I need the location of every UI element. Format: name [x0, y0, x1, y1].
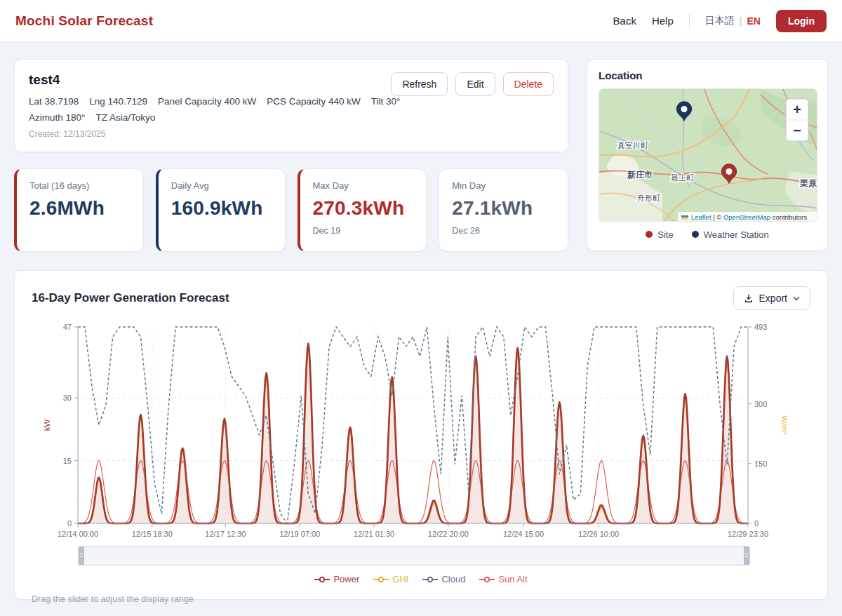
chart-legend-item-sun-alt[interactable]: Sun Alt — [479, 574, 527, 584]
site-created: Created: 12/13/2025 — [29, 129, 554, 139]
location-title: Location — [599, 69, 816, 81]
legend-label: Sun Alt — [498, 574, 527, 584]
legend-dot-icon — [692, 231, 699, 238]
map-legend-label: Weather Station — [704, 229, 769, 240]
legend-marker-icon — [479, 576, 495, 583]
x-axis-tick: 12/17 12:30 — [205, 530, 246, 538]
site-meta: Lat 38.7198Lng 140.7129Panel Capacity 40… — [29, 95, 425, 123]
stat-value: 2.6MWh — [29, 197, 131, 220]
stat-sub: Dec 19 — [313, 226, 414, 236]
refresh-button[interactable]: Refresh — [391, 72, 448, 96]
login-button[interactable]: Login — [776, 10, 827, 32]
site-meta-item: PCS Capacity 440 kW — [267, 95, 361, 107]
range-slider-left-handle[interactable] — [79, 547, 84, 565]
right-axis-tick: 493 — [754, 323, 767, 331]
map-legend-item: Site — [646, 229, 673, 240]
map-place-label: 舟形町 — [637, 194, 660, 202]
map-place-label: 栗原市 — [799, 178, 817, 188]
x-axis-tick: 12/24 15:00 — [503, 530, 544, 538]
map-place-label: 最上町 — [671, 173, 694, 182]
right-axis-tick: 150 — [754, 460, 767, 468]
nav-divider — [689, 14, 690, 28]
legend-marker-icon — [373, 576, 389, 583]
site-actions: Refresh Edit Delete — [391, 72, 554, 96]
forecast-chart-card: 16-Day Power Generation Forecast Export … — [14, 270, 828, 600]
legend-marker-icon — [314, 576, 330, 583]
site-meta-item: TZ Asia/Tokyo — [95, 112, 155, 123]
left-axis-tick: 47 — [63, 323, 72, 331]
attribution-text: | © — [711, 213, 723, 221]
chart-legend-item-power[interactable]: Power — [314, 574, 359, 584]
stat-label: Daily Avg — [171, 180, 272, 191]
stat-value: 270.3kWh — [313, 197, 414, 220]
forecast-chart: 0153047015030049312/14 00:0012/15 18:301… — [32, 320, 812, 543]
leaflet-link[interactable]: Leaflet — [691, 213, 711, 221]
map-legend-label: Site — [657, 229, 673, 240]
right-axis-label: W/m² — [780, 415, 789, 435]
left-axis-tick: 15 — [63, 457, 72, 465]
left-axis-label: kW — [43, 420, 51, 431]
stat-label: Max Day — [313, 180, 414, 191]
stat-card: Min Day27.1kWhDec 26 — [439, 168, 568, 252]
range-slider[interactable] — [78, 546, 750, 565]
stat-value: 27.1kWh — [452, 197, 555, 220]
chart-legend-item-cloud[interactable]: Cloud — [422, 574, 465, 584]
map-zoom-in-button[interactable]: + — [793, 102, 801, 117]
app-header: Mochi Solar Forecast Back Help 日本語 | EN … — [0, 0, 842, 42]
x-axis-tick: 12/19 07:00 — [279, 530, 320, 538]
map-zoom-out-button[interactable]: − — [793, 123, 801, 138]
delete-button[interactable]: Delete — [503, 72, 554, 96]
stat-card: Daily Avg160.9kWh — [156, 168, 286, 252]
stat-sub: Dec 26 — [452, 226, 555, 236]
svg-text:Leaflet | © OpenStreetMap cont: Leaflet | © OpenStreetMap contributors — [691, 213, 808, 221]
map-legend-item: Weather Station — [692, 229, 769, 240]
location-card: Location 真室川町新庄市最上町舟形町栗原市+−Leaflet | © O… — [587, 59, 828, 251]
stat-card: Total (16 days)2.6MWh — [14, 168, 144, 252]
stat-value: 160.9kWh — [171, 197, 272, 220]
site-meta-item: Lng 140.7129 — [89, 95, 147, 107]
attribution-text: contributors — [770, 213, 808, 221]
lang-ja[interactable]: 日本語 — [705, 15, 735, 27]
header-nav: Back Help 日本語 | EN Login — [613, 10, 827, 32]
range-slider-track[interactable] — [84, 547, 744, 564]
x-axis-tick: 12/15 18:30 — [132, 530, 173, 538]
site-meta-item: Panel Capacity 400 kW — [158, 95, 256, 107]
left-axis-tick: 30 — [63, 394, 72, 402]
chart-legend-item-ghi[interactable]: GHI — [373, 574, 408, 584]
stat-label: Total (16 days) — [29, 180, 131, 191]
stat-label: Min Day — [452, 180, 555, 191]
map-place-label: 新庄市 — [627, 170, 653, 180]
app-title: Mochi Solar Forecast — [15, 13, 153, 29]
back-link[interactable]: Back — [613, 15, 636, 27]
openstreetmap-link[interactable]: OpenStreetMap — [723, 213, 770, 221]
legend-dot-icon — [646, 231, 653, 238]
download-icon — [744, 293, 754, 303]
slider-hint: Drag the slider to adjust the display ra… — [32, 594, 810, 604]
stats-row: Total (16 days)2.6MWhDaily Avg160.9kWhMa… — [14, 168, 568, 252]
language-switcher: 日本語 | EN — [705, 15, 761, 27]
lang-en[interactable]: EN — [747, 15, 760, 27]
x-axis-tick: 12/26 10:00 — [578, 530, 619, 538]
x-axis-tick: 12/22 20:00 — [428, 530, 469, 538]
right-axis-tick: 0 — [754, 519, 759, 528]
map[interactable]: 真室川町新庄市最上町舟形町栗原市+−Leaflet | © OpenStreet… — [599, 88, 817, 222]
left-axis-tick: 0 — [67, 519, 72, 528]
legend-marker-icon — [422, 576, 438, 583]
site-meta-item: Azimuth 180° — [29, 112, 85, 123]
chart-legend: PowerGHICloudSun Alt — [32, 574, 810, 584]
help-link[interactable]: Help — [652, 15, 674, 27]
chevron-down-icon — [793, 296, 800, 301]
edit-button[interactable]: Edit — [455, 72, 495, 96]
export-label: Export — [759, 293, 787, 304]
x-axis-tick: 12/14 00:00 — [58, 530, 98, 538]
stat-card: Max Day270.3kWhDec 19 — [298, 168, 427, 252]
range-slider-right-handle[interactable] — [744, 547, 749, 565]
export-button[interactable]: Export — [733, 286, 810, 310]
map-legend: SiteWeather Station — [599, 229, 816, 240]
site-meta-item: Lat 38.7198 — [29, 95, 79, 107]
chart-title: 16-Day Power Generation Forecast — [32, 291, 229, 305]
map-place-label: 真室川町 — [617, 141, 648, 149]
legend-label: GHI — [392, 574, 408, 584]
lang-separator: | — [740, 15, 742, 27]
site-meta-item: Tilt 30° — [371, 95, 401, 107]
